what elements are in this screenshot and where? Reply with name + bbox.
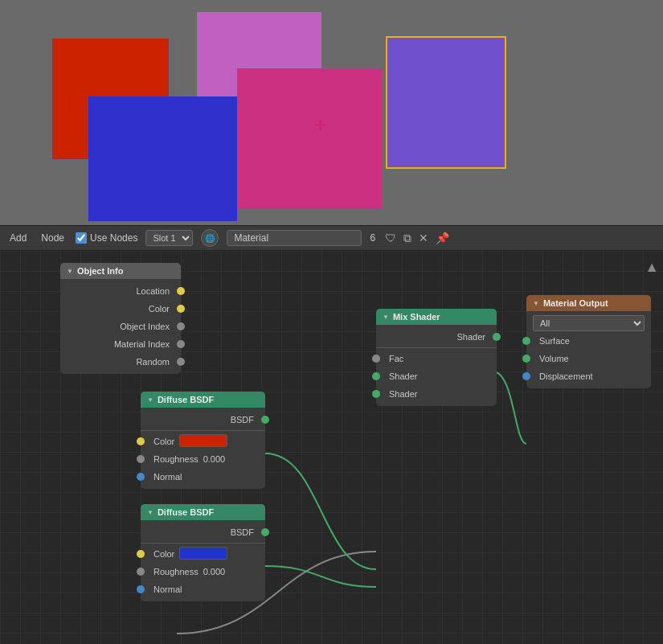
socket-roughness1-in[interactable] bbox=[137, 455, 145, 463]
node-material-output-body: All Surface Volume Displacement bbox=[526, 311, 651, 388]
node-row-bsdf2: BSDF bbox=[141, 523, 265, 541]
socket-color[interactable] bbox=[177, 305, 185, 313]
node-editor-toolbar: Add Node Use Nodes Slot 1 🌐 6 🛡 ⧉ ✕ 📌 bbox=[0, 225, 663, 251]
roughness2-label: Roughness bbox=[153, 567, 198, 576]
node-row-displacement: Displacement bbox=[526, 367, 651, 385]
node-diffuse1-header: ▼ Diffuse BSDF bbox=[141, 392, 265, 408]
material-count: 6 bbox=[370, 232, 375, 244]
socket-location[interactable] bbox=[177, 287, 185, 295]
socket-shader2-in[interactable] bbox=[372, 390, 380, 398]
socket-roughness2-in[interactable] bbox=[137, 568, 145, 576]
socket-surface-in[interactable] bbox=[522, 337, 530, 345]
socket-shader1-in[interactable] bbox=[372, 372, 380, 380]
normal1-label: Normal bbox=[153, 472, 182, 482]
connection-diffuse2-shader bbox=[265, 566, 376, 587]
node-row-location: Location bbox=[60, 282, 181, 300]
node-material-output-title: Material Output bbox=[543, 298, 608, 308]
material-type-icon[interactable]: 🌐 bbox=[201, 229, 219, 247]
socket-object-index[interactable] bbox=[177, 322, 185, 330]
output-dropdown-row: All bbox=[526, 314, 651, 332]
roughness1-label: Roughness bbox=[153, 454, 198, 464]
socket-fac-in[interactable] bbox=[372, 355, 380, 363]
slot-select[interactable]: Slot 1 bbox=[145, 230, 193, 246]
node-editor[interactable]: ▼ Object Info Location Color Object Inde… bbox=[0, 251, 663, 644]
node-object-info-title: Object Info bbox=[77, 266, 123, 276]
collapse-triangle-output[interactable]: ▼ bbox=[533, 300, 539, 307]
node-row-roughness1: Roughness 0.000 bbox=[141, 450, 265, 468]
node-mix-shader[interactable]: ▼ Mix Shader Shader Fac Shader Shader bbox=[376, 309, 497, 406]
node-mix-shader-title: Mix Shader bbox=[393, 312, 440, 322]
node-object-info-header: ▼ Object Info bbox=[60, 263, 181, 279]
node-row-fac: Fac bbox=[376, 350, 497, 367]
node-row-shader2-in: Shader bbox=[376, 385, 497, 403]
connection-diffuse1-shader bbox=[265, 453, 376, 569]
node-row-color2: Color bbox=[141, 545, 265, 563]
collapse-triangle[interactable]: ▼ bbox=[67, 268, 73, 275]
socket-displacement-in[interactable] bbox=[522, 372, 530, 380]
node-menu-button[interactable]: Node bbox=[38, 231, 68, 245]
cube-pink bbox=[237, 68, 382, 209]
add-menu-button[interactable]: Add bbox=[6, 231, 30, 245]
cube-selected bbox=[386, 36, 506, 169]
socket-normal2-in[interactable] bbox=[137, 585, 145, 593]
material-target-select[interactable]: All bbox=[533, 315, 645, 331]
collapse-triangle-diffuse2[interactable]: ▼ bbox=[147, 509, 153, 516]
node-row-color1: Color bbox=[141, 433, 265, 450]
node-mix-shader-header: ▼ Mix Shader bbox=[376, 309, 497, 325]
color2-swatch[interactable] bbox=[179, 547, 227, 560]
copy-icon[interactable]: ⧉ bbox=[402, 230, 413, 247]
color2-label: Color bbox=[153, 549, 174, 559]
node-diffuse1-body: BSDF Color Roughness 0.000 Normal bbox=[141, 408, 265, 489]
node-diffuse-bsdf-2[interactable]: ▼ Diffuse BSDF BSDF Color Roughness 0.00… bbox=[141, 504, 265, 601]
socket-random[interactable] bbox=[177, 358, 185, 366]
cube-container bbox=[0, 0, 663, 225]
cube-blue bbox=[88, 96, 237, 221]
shield-icon[interactable]: 🛡 bbox=[383, 230, 398, 246]
node-row-normal2: Normal bbox=[141, 580, 265, 598]
node-object-info[interactable]: ▼ Object Info Location Color Object Inde… bbox=[60, 263, 181, 374]
3d-viewport[interactable]: ✛ bbox=[0, 0, 663, 225]
roughness2-value[interactable]: 0.000 bbox=[203, 567, 226, 576]
node-diffuse-bsdf-1[interactable]: ▼ Diffuse BSDF BSDF Color Roughness 0.00… bbox=[141, 392, 265, 489]
collapse-triangle-mix[interactable]: ▼ bbox=[383, 314, 389, 321]
pin-icon[interactable]: 📌 bbox=[434, 230, 451, 246]
node-row-volume: Volume bbox=[526, 350, 651, 367]
node-row-surface: Surface bbox=[526, 332, 651, 350]
socket-color2-in[interactable] bbox=[137, 550, 145, 558]
node-mix-shader-body: Shader Fac Shader Shader bbox=[376, 325, 497, 406]
shader1-label: Shader bbox=[389, 371, 417, 381]
displacement-label: Displacement bbox=[539, 371, 593, 381]
node-row-shader1-in: Shader bbox=[376, 367, 497, 385]
node-row-random: Random bbox=[60, 353, 181, 371]
shader2-label: Shader bbox=[389, 389, 417, 399]
socket-bsdf2-out[interactable] bbox=[261, 528, 269, 536]
color1-swatch[interactable] bbox=[179, 434, 227, 447]
material-name-input[interactable] bbox=[227, 230, 362, 246]
close-icon[interactable]: ✕ bbox=[417, 230, 430, 246]
use-nodes-toggle[interactable]: Use Nodes bbox=[76, 232, 137, 244]
node-row-normal1: Normal bbox=[141, 468, 265, 486]
node-row-object-index: Object Index bbox=[60, 318, 181, 335]
node-material-output[interactable]: ▼ Material Output All Surface Volume Dis… bbox=[526, 295, 651, 388]
use-nodes-checkbox[interactable] bbox=[76, 232, 87, 244]
node-row-material-index: Material Index bbox=[60, 335, 181, 353]
socket-volume-in[interactable] bbox=[522, 355, 530, 363]
crosshair-icon: ✛ bbox=[312, 117, 328, 133]
color1-label: Color bbox=[153, 437, 174, 446]
socket-mix-shader-out[interactable] bbox=[493, 333, 501, 341]
node-row-roughness2: Roughness 0.000 bbox=[141, 563, 265, 580]
socket-normal1-in[interactable] bbox=[137, 473, 145, 481]
node-diffuse2-title: Diffuse BSDF bbox=[158, 507, 214, 517]
collapse-triangle-diffuse1[interactable]: ▼ bbox=[147, 396, 153, 404]
socket-color1-in[interactable] bbox=[137, 437, 145, 445]
node-material-output-header: ▼ Material Output bbox=[526, 295, 651, 311]
nav-arrow-icon[interactable]: ▲ bbox=[645, 259, 659, 276]
socket-material-index[interactable] bbox=[177, 340, 185, 348]
node-row-shader-out: Shader bbox=[376, 328, 497, 346]
node-diffuse2-body: BSDF Color Roughness 0.000 Normal bbox=[141, 520, 265, 601]
node-row-bsdf1: BSDF bbox=[141, 411, 265, 429]
use-nodes-label: Use Nodes bbox=[90, 232, 137, 244]
node-row-color: Color bbox=[60, 300, 181, 318]
roughness1-value[interactable]: 0.000 bbox=[203, 454, 226, 464]
socket-bsdf1-out[interactable] bbox=[261, 416, 269, 424]
